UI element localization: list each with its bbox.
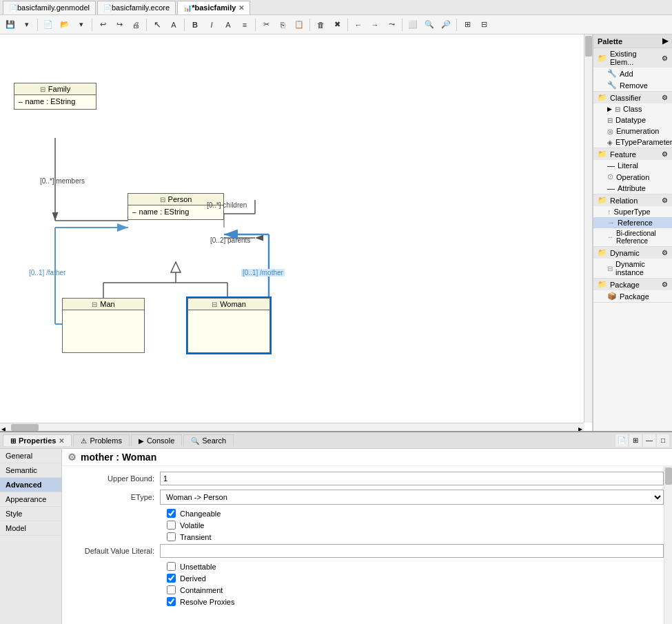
sidebar-item-style[interactable]: Style [0, 507, 61, 521]
props-maximize-btn[interactable]: □ [657, 434, 669, 447]
canvas-hscroll-left[interactable]: ◂ [1, 424, 6, 431]
sidebar-item-advanced[interactable]: Advanced [0, 478, 61, 492]
derived-checkbox[interactable] [167, 574, 176, 583]
toolbar-open-btn[interactable]: 📂 [57, 17, 72, 32]
changeable-checkbox[interactable] [167, 509, 176, 518]
toolbar-align-btn[interactable]: ≡ [237, 17, 252, 32]
toolbar-paste-btn[interactable]: 📋 [292, 17, 307, 32]
toolbar-redo-btn[interactable]: ↪ [112, 17, 127, 32]
toolbar-dropdown2-btn[interactable]: ▾ [74, 17, 89, 32]
palette-package-header[interactable]: 📁 Package ⚙ [593, 279, 672, 290]
canvas-hscroll[interactable]: ◂ ▸ [0, 423, 584, 431]
props-new-btn[interactable]: 📄 [615, 434, 628, 447]
toolbar-grid2-btn[interactable]: ⊟ [476, 17, 491, 32]
etype-select[interactable]: Woman -> Person [160, 490, 664, 505]
palette-item-bidirectional[interactable]: ↔ Bi-directional Reference [593, 228, 672, 246]
canvas-vscroll-thumb[interactable] [585, 36, 592, 57]
toolbar-fitpage-btn[interactable]: ⬜ [405, 17, 420, 32]
toolbar-print-btn[interactable]: 🖨 [128, 17, 143, 32]
sidebar-item-appearance[interactable]: Appearance [0, 492, 61, 507]
toolbar-grid-btn[interactable]: ⊞ [460, 17, 475, 32]
tab-properties[interactable]: ⊞ Properties ✕ [3, 434, 72, 446]
default-value-input[interactable] [160, 544, 664, 558]
tab-genmodel[interactable]: 📄 basicfamily.genmodel [3, 1, 96, 14]
palette-relation-settings-icon[interactable]: ⚙ [662, 197, 668, 204]
canvas-hscroll-thumb[interactable] [11, 424, 39, 431]
toolbar-delete2-btn[interactable]: ✖ [329, 17, 345, 32]
transient-checkbox[interactable] [167, 532, 176, 541]
toolbar-new-btn[interactable]: 📄 [41, 17, 56, 32]
palette-classifier-header[interactable]: 📁 Classifier ⚙ [593, 92, 672, 103]
sidebar-item-model[interactable]: Model [0, 521, 61, 536]
sidebar-item-semantic[interactable]: Semantic [0, 463, 61, 478]
palette-dynamic-settings-icon[interactable]: ⚙ [662, 249, 668, 256]
palette-item-class[interactable]: ▶ ⊟ Class [593, 103, 672, 114]
toolbar-bold-btn[interactable]: B [187, 17, 203, 32]
palette-package-settings-icon[interactable]: ⚙ [662, 281, 668, 288]
toolbar-font-btn[interactable]: A [221, 17, 236, 32]
tab-properties-close[interactable]: ✕ [59, 437, 64, 445]
palette-dynamic-header[interactable]: 📁 Dynamic ⚙ [593, 247, 672, 259]
toolbar-dropdown-btn[interactable]: ▾ [19, 17, 34, 32]
sidebar-item-general[interactable]: General [0, 449, 61, 463]
family-box[interactable]: ⊟ Family – name : EString [14, 83, 96, 110]
upper-bound-input[interactable] [160, 472, 664, 485]
toolbar-arrow-right-btn[interactable]: → [367, 17, 383, 32]
canvas-vscroll[interactable] [584, 34, 592, 423]
canvas-area[interactable]: ◂ ▸ [0, 34, 593, 431]
tab-ecore[interactable]: 📄 basicfamily.ecore [97, 1, 176, 14]
palette-feature-settings-icon[interactable]: ⚙ [662, 150, 668, 158]
palette-item-supertype[interactable]: ↑ SuperType [593, 206, 672, 217]
palette-classifier-settings-icon[interactable]: ⚙ [662, 94, 668, 101]
palette-existing-settings-icon[interactable]: ⚙ [662, 54, 668, 62]
tab-basicfamily[interactable]: 📊 *basicfamily ✕ [177, 1, 250, 14]
palette-feature-header[interactable]: 📁 Feature ⚙ [593, 148, 672, 160]
toolbar-label-btn[interactable]: A [166, 17, 181, 32]
person-box[interactable]: ⊟ Person – name : EString [128, 193, 224, 220]
props-vscroll-thumb[interactable] [665, 467, 672, 485]
palette-class-icon: ⊟ [615, 105, 620, 113]
toolbar-italic-btn[interactable]: I [204, 17, 219, 32]
woman-box[interactable]: ⊟ Woman [187, 298, 270, 353]
palette-item-literal[interactable]: — Literal [593, 160, 672, 171]
palette-item-reference[interactable]: → Reference [593, 217, 672, 228]
palette-existing-header[interactable]: 📁 Existing Elem... ⚙ [593, 48, 672, 68]
toolbar-undo-btn[interactable]: ↩ [95, 17, 110, 32]
palette-item-operation[interactable]: ⊙ Operation [593, 171, 672, 183]
toolbar-arrow-options-btn[interactable]: ⤳ [384, 17, 399, 32]
palette-attribute-icon: — [607, 184, 615, 192]
containment-checkbox[interactable] [167, 585, 176, 594]
palette-item-add[interactable]: 🔧 Add [593, 68, 672, 79]
woman-body [188, 310, 269, 352]
toolbar-arrow-left-btn[interactable]: ← [351, 17, 366, 32]
toolbar-zoomin-btn[interactable]: 🔍 [422, 17, 437, 32]
toolbar-zoomout-btn[interactable]: 🔎 [438, 17, 454, 32]
toolbar-copy-btn[interactable]: ⎘ [275, 17, 290, 32]
tab-problems[interactable]: ⚠ Problems [73, 434, 129, 446]
palette-relation-header[interactable]: 📁 Relation ⚙ [593, 194, 672, 206]
man-box[interactable]: ⊟ Man [62, 298, 145, 353]
toolbar-delete-btn[interactable]: 🗑 [313, 17, 328, 32]
toolbar-select-btn[interactable]: ↖ [150, 17, 165, 32]
palette-item-package[interactable]: 📦 Package [593, 290, 672, 302]
resolve-proxies-checkbox[interactable] [167, 597, 176, 606]
props-minimize-btn[interactable]: — [643, 434, 655, 447]
tab-basicfamily-close[interactable]: ✕ [238, 4, 244, 12]
palette-item-etypeparam[interactable]: ◈ ETypeParameter [593, 137, 672, 148]
palette-item-datatype[interactable]: ⊟ Datatype [593, 114, 672, 125]
unsettable-checkbox[interactable] [167, 562, 176, 571]
canvas-hscroll-right[interactable]: ▸ [578, 424, 582, 431]
props-grid-btn[interactable]: ⊞ [629, 434, 642, 447]
toolbar-cut-btn[interactable]: ✂ [258, 17, 274, 32]
palette-item-attribute[interactable]: — Attribute [593, 183, 672, 194]
palette-collapse-icon[interactable]: ▶ [662, 37, 668, 46]
palette-remove-label: Remove [620, 81, 648, 90]
palette-item-enumeration[interactable]: ◎ Enumeration [593, 125, 672, 137]
tab-console[interactable]: ▶ Console [131, 434, 182, 446]
volatile-checkbox[interactable] [167, 521, 176, 530]
palette-item-dynamic-instance[interactable]: ⊟ Dynamic instance [593, 259, 672, 278]
props-vscroll[interactable] [664, 466, 672, 624]
palette-item-remove[interactable]: 🔧 Remove [593, 79, 672, 91]
toolbar-save-btn[interactable]: 💾 [3, 17, 18, 32]
tab-search[interactable]: 🔍 Search [183, 434, 234, 446]
